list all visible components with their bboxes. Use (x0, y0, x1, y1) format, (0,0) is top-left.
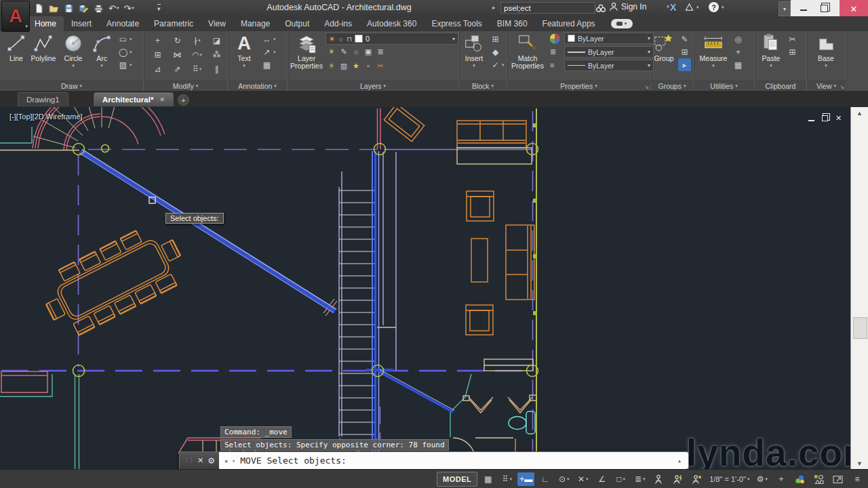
leader-tool-button[interactable]: ↗▾ (260, 45, 277, 58)
copy-clip-button[interactable]: ⊞ (786, 45, 799, 58)
isolate-objects-button[interactable] (810, 472, 827, 486)
layer-thaw-button[interactable]: ★ (350, 62, 362, 70)
layer-dropdown-arrow-icon[interactable]: ▾ (452, 36, 455, 42)
autodesk360-button[interactable]: ▾ (685, 3, 699, 12)
grid-display-button[interactable]: ▦ (479, 472, 496, 486)
command-close-icon[interactable]: ✕ (197, 456, 203, 465)
minimize-button[interactable] (800, 4, 808, 11)
layer-properties-button[interactable]: Layer Properties (290, 33, 323, 70)
layer-unlock-button[interactable]: ▫ (362, 62, 374, 70)
open-file-button[interactable] (47, 2, 60, 14)
sign-in-button[interactable]: Sign In ▾ (609, 2, 669, 12)
hatch-tool-button[interactable]: ▨▾ (117, 58, 134, 71)
application-menu-button[interactable]: A ▾ (1, 1, 30, 32)
tab-close-icon[interactable]: ✕ (159, 96, 165, 103)
ribbon-tab-annotate[interactable]: Annotate (99, 16, 146, 31)
polar-tracking-button[interactable]: ⊙▾ (555, 472, 572, 486)
new-file-button[interactable] (33, 2, 45, 14)
annotation-autoscale-button[interactable] (669, 472, 686, 486)
ortho-mode-button[interactable]: ∟ (536, 472, 553, 486)
group-selection-button[interactable]: ▸ (678, 58, 691, 71)
recent-commands-icon[interactable]: ▪ ▾ (224, 458, 235, 464)
help-button[interactable]: ? ▾ (709, 2, 724, 12)
layer-delete-button[interactable]: ✂ (374, 62, 387, 70)
sign-in-dropdown-icon[interactable]: ▾ (667, 4, 669, 9)
layer-lock-button[interactable]: ▣ (362, 47, 374, 56)
ribbon-tab-view[interactable]: View (201, 16, 233, 31)
edit-attributes-button[interactable]: ◆ (489, 45, 506, 58)
trim-button[interactable]: ∤▾ (193, 36, 201, 45)
mirror-button[interactable]: ⋈ (174, 50, 182, 60)
hardware-acceleration-button[interactable] (791, 472, 808, 486)
offset-button[interactable]: ∥ (215, 64, 219, 74)
snap-mode-button[interactable]: ⠿▾ (498, 472, 515, 486)
command-drag-grip[interactable]: ⋮⋮ (184, 458, 193, 464)
color-wheel-icon[interactable] (549, 33, 560, 44)
ribbon-tab-manage[interactable]: Manage (233, 16, 277, 31)
layer-isolate-button[interactable]: ✎ (338, 47, 350, 56)
save-as-button[interactable] (77, 2, 90, 14)
text-dropdown-icon[interactable]: ▾ (243, 63, 245, 68)
panel-label-view[interactable]: View▾↘ (807, 81, 846, 91)
properties-launcher-icon[interactable]: ↘ (644, 84, 649, 90)
vertical-scrollbar[interactable]: ▲ ▼ (850, 107, 868, 469)
cut-button[interactable]: ✂ (786, 33, 799, 45)
ribbon-tab-express-tools[interactable]: Express Tools (424, 16, 489, 31)
arc-button[interactable]: Arc ▾ (88, 33, 115, 68)
annotation-scale-button[interactable]: 1/8" = 1'-0"▾ (707, 472, 751, 486)
search-binoculars-icon[interactable] (595, 3, 606, 14)
viewport-close-icon[interactable]: ✕ (835, 114, 842, 123)
help-dropdown-icon[interactable]: ▾ (722, 5, 724, 10)
panel-label-block[interactable]: Block▾ (459, 81, 507, 91)
command-input[interactable]: ▪ ▾ MOVE Select objects: ▴ (219, 452, 688, 469)
dynamic-input-button[interactable]: +▬ (517, 472, 534, 486)
quick-select-button[interactable]: ◎ (732, 33, 745, 45)
match-properties-button[interactable]: Match Properties (510, 33, 545, 70)
ribbon-tab-output[interactable]: Output (277, 16, 317, 31)
create-block-button[interactable]: ⊞ (489, 33, 506, 45)
annotation-scale-flag-button[interactable] (688, 472, 705, 486)
connect-media-button[interactable]: ▾ (611, 19, 633, 28)
command-line[interactable]: ⋮⋮ ✕ ⚙ ▪ ▾ MOVE Select objects: ▴ (179, 451, 689, 469)
line-button[interactable]: Line (3, 33, 30, 62)
ellipse-tool-button[interactable]: ◯▾ (117, 45, 134, 58)
measure-dropdown-icon[interactable]: ▾ (712, 63, 715, 68)
annotation-visibility-button[interactable] (650, 472, 667, 486)
polyline-button[interactable]: Polyline (30, 33, 57, 62)
redo-button[interactable]: ↷▾ (122, 2, 135, 14)
object-snap-button[interactable]: □▾ (612, 472, 629, 486)
copy-button[interactable]: ⊞ (154, 50, 161, 60)
infocenter-search-input[interactable] (500, 2, 595, 14)
panel-label-layers[interactable]: Layers▾ (288, 81, 458, 91)
layer-dropdown[interactable]: ☀ ☼ ⊓ 0 ▾ (326, 33, 458, 45)
panel-label-groups[interactable]: Groups▾ (651, 81, 693, 91)
command-caret-icon[interactable]: ▴ (677, 457, 682, 464)
arc-dropdown-icon[interactable]: ▾ (100, 63, 103, 68)
layer-freeze-button[interactable]: ☼ (350, 47, 362, 56)
define-attributes-button[interactable]: ✓▾ (489, 58, 506, 71)
explode-button[interactable]: ⁂ (213, 50, 221, 60)
linetype-list-icon[interactable]: ≡ (550, 61, 554, 69)
ribbon-tab-insert[interactable]: Insert (64, 16, 99, 31)
command-customize-icon[interactable]: ⚙ (208, 456, 215, 466)
stretch-button[interactable]: ⊿ (154, 64, 161, 74)
ribbon-tab-featured-apps[interactable]: Featured Apps (535, 16, 603, 31)
ungroup-button[interactable]: ✎ (678, 33, 691, 45)
new-drawing-tab-button[interactable]: + (178, 94, 189, 106)
layer-off-button[interactable]: ☀ (326, 47, 338, 56)
base-dropdown-icon[interactable]: ▾ (825, 63, 827, 68)
base-button[interactable]: Base ▾ (812, 33, 840, 68)
panel-label-annotation[interactable]: Annotation▾ (228, 81, 287, 91)
id-point-button[interactable]: + (732, 45, 745, 58)
dropdown-arrow-icon[interactable]: ▾ (117, 5, 119, 11)
lineweight-list-icon[interactable]: ≣ (550, 47, 556, 56)
panel-label-utilities[interactable]: Utilities▾ (694, 81, 754, 91)
dropdown-arrow-icon[interactable]: ▾ (132, 5, 134, 11)
lineweight-dropdown[interactable]: ByLayer ▾ (564, 46, 654, 58)
workspace-switching-button[interactable]: ⚙▾ (753, 472, 770, 486)
customize-plus-button[interactable]: + (772, 472, 789, 486)
layer-match-button[interactable]: ▥ (338, 62, 350, 70)
array-button[interactable]: ⠿▾ (193, 64, 201, 74)
qat-customize-icon[interactable]: ▾ (157, 4, 161, 12)
infocenter-flyout-icon[interactable]: ▸ (492, 4, 496, 11)
